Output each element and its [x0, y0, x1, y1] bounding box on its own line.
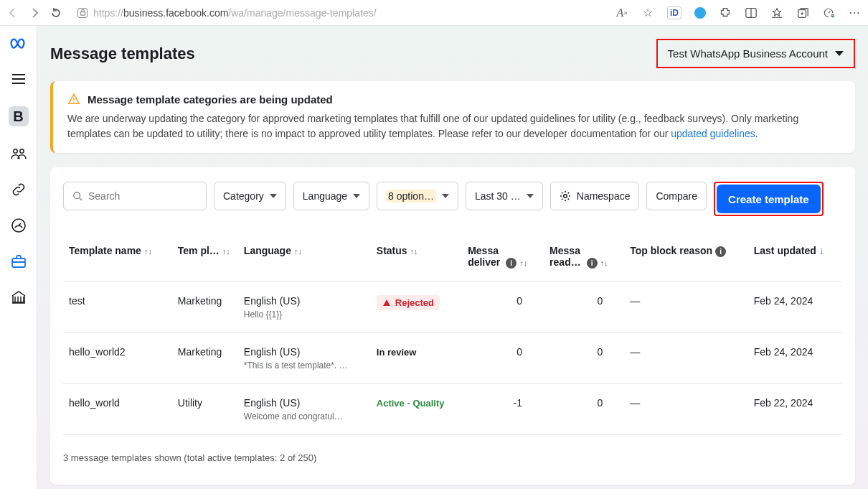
chevron-down-icon [353, 194, 360, 198]
id-extension-icon[interactable]: iD [667, 6, 681, 19]
chevron-down-icon [270, 194, 277, 198]
cell-block: — [624, 282, 747, 333]
col-language[interactable]: Language↑↓ [238, 238, 371, 282]
cell-delivered: 0 [462, 282, 544, 333]
cell-read: 0 [544, 333, 624, 384]
svg-point-16 [73, 101, 75, 103]
gear-icon [560, 190, 571, 202]
performance-icon[interactable] [822, 6, 835, 19]
lock-icon [77, 8, 88, 18]
address-bar[interactable]: https://business.facebook.com/wa/manage/… [77, 7, 377, 19]
status-badge: Active - Quality [377, 398, 445, 409]
col-read[interactable]: Messaread… i↑↓ [544, 238, 624, 282]
create-template-button[interactable]: Create template [717, 185, 821, 213]
create-template-highlight: Create template [714, 182, 824, 216]
bank-icon[interactable] [10, 289, 27, 306]
menu-icon[interactable] [10, 70, 27, 88]
chevron-down-icon [835, 51, 844, 56]
cell-updated: Feb 22, 2024 [748, 384, 842, 435]
status-badge: In review [377, 347, 417, 358]
sort-desc-icon: ↓ [819, 245, 824, 256]
col-block[interactable]: Top block reasoni [624, 238, 747, 282]
daterange-filter-label: Last 30 … [475, 190, 521, 202]
updated-guidelines-link[interactable]: updated guidelines [671, 128, 755, 139]
extension-dot-icon[interactable] [694, 7, 706, 19]
back-button[interactable] [7, 7, 19, 19]
cell-category: Marketing [172, 282, 238, 333]
left-sidebar: B [0, 26, 37, 489]
language-filter[interactable]: Language [293, 182, 369, 210]
cell-name: hello_world [63, 384, 172, 435]
svg-point-19 [563, 195, 567, 198]
favorite-icon[interactable]: ☆ [641, 6, 654, 19]
cell-updated: Feb 24, 2024 [748, 333, 842, 384]
namespace-button[interactable]: Namespace [550, 182, 640, 210]
account-picker-label: Test WhatsApp Business Account [668, 47, 828, 60]
table-footer-note: 3 message templates shown (total active … [63, 452, 842, 463]
cell-delivered: 0 [462, 333, 544, 384]
briefcase-icon[interactable] [10, 253, 27, 270]
cell-delivered: -1 [462, 384, 544, 435]
category-update-alert: Message template categories are being up… [50, 81, 855, 153]
svg-point-12 [19, 149, 23, 153]
templates-panel: Category Language 8 option… Last 30 … Na… [50, 167, 855, 485]
category-filter[interactable]: Category [214, 182, 286, 210]
cell-block: — [624, 384, 747, 435]
search-input[interactable] [88, 190, 197, 202]
namespace-label: Namespace [577, 190, 631, 202]
refresh-button[interactable] [50, 7, 62, 19]
cell-status: Active - Quality [371, 384, 462, 435]
daterange-filter[interactable]: Last 30 … [466, 182, 543, 210]
svg-rect-14 [12, 259, 25, 267]
cell-language: English (US)Welcome and congratul… [238, 384, 371, 435]
forward-button[interactable] [29, 7, 40, 19]
favorites-list-icon[interactable] [770, 6, 783, 19]
svg-rect-0 [80, 12, 85, 16]
info-icon: i [587, 258, 598, 269]
info-icon: i [506, 258, 516, 269]
warning-icon [67, 93, 80, 106]
svg-line-18 [80, 198, 82, 200]
search-icon [72, 190, 82, 202]
alert-body: We are underway updating the category fo… [67, 111, 841, 141]
col-status[interactable]: Status↑↓ [371, 238, 462, 282]
alert-title: Message template categories are being up… [88, 93, 333, 106]
col-name[interactable]: Template name↑↓ [63, 238, 172, 282]
extensions-icon[interactable] [719, 6, 732, 19]
table-row[interactable]: testMarketingEnglish (US)Hello {{1}}Reje… [63, 282, 842, 333]
compare-button[interactable]: Compare [646, 182, 707, 210]
browser-toolbar: https://business.facebook.com/wa/manage/… [0, 0, 868, 26]
cell-name: hello_world2 [63, 333, 172, 384]
toolbar: Category Language 8 option… Last 30 … Na… [63, 182, 842, 216]
cell-read: 0 [544, 282, 624, 333]
url-text: https://business.facebook.com/wa/manage/… [93, 7, 377, 19]
read-aloud-icon[interactable]: A» [615, 6, 628, 19]
table-row[interactable]: hello_world2MarketingEnglish (US)*This i… [63, 333, 842, 384]
split-screen-icon[interactable] [745, 6, 758, 19]
col-updated[interactable]: Last updated ↓ [748, 238, 842, 282]
status-badge: Rejected [377, 295, 440, 310]
account-picker[interactable]: Test WhatsApp Business Account [656, 39, 855, 68]
collections-icon[interactable] [796, 6, 809, 19]
main-content: Message templates Test WhatsApp Business… [37, 26, 868, 489]
col-template[interactable]: Tem pl…↑↓ [172, 238, 238, 282]
col-delivered[interactable]: Messadeliver i↑↓ [462, 238, 544, 282]
cell-language: English (US)Hello {{1}} [238, 282, 371, 333]
cell-category: Marketing [172, 333, 238, 384]
business-icon[interactable]: B [9, 106, 29, 126]
options-filter[interactable]: 8 option… [377, 182, 458, 210]
meta-logo [9, 36, 29, 52]
people-icon[interactable] [10, 145, 27, 162]
search-input-wrap[interactable] [63, 182, 207, 210]
cell-category: Utility [172, 384, 238, 435]
cell-status: In review [371, 333, 462, 384]
svg-point-11 [13, 149, 16, 153]
more-icon[interactable]: ⋯ [848, 6, 861, 19]
cell-name: test [63, 282, 172, 333]
cell-block: — [624, 333, 747, 384]
gauge-icon[interactable] [10, 217, 27, 234]
link-icon[interactable] [10, 181, 27, 198]
category-filter-label: Category [223, 190, 264, 202]
info-icon: i [715, 246, 726, 257]
table-row[interactable]: hello_worldUtilityEnglish (US)Welcome an… [63, 384, 842, 435]
